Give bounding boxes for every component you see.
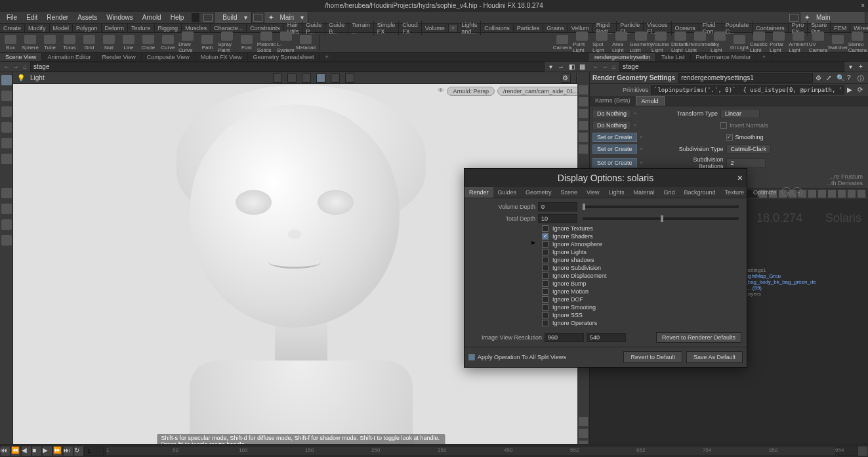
save-default-button[interactable]: Save As Default — [686, 351, 743, 363]
menu-windows[interactable]: Windows — [102, 12, 137, 22]
menu-arnold[interactable]: Arnold — [138, 12, 165, 22]
shelf-tab[interactable]: Containers — [753, 24, 789, 32]
menu-help[interactable]: Help — [167, 12, 188, 22]
tool-geometry-light[interactable]: Geometry Light — [632, 32, 650, 53]
last-frame-icon[interactable]: ⏭ — [64, 446, 73, 456]
tool-null[interactable]: Null — [100, 35, 118, 51]
dialog-tab-background[interactable]: Background — [680, 187, 720, 198]
menu-file[interactable]: File — [3, 12, 21, 22]
param-checkbox[interactable] — [720, 122, 727, 129]
pane-tab[interactable]: Performance Monitor — [691, 53, 757, 61]
gear-icon[interactable]: ⚙ — [816, 74, 823, 82]
ng-icon[interactable] — [848, 190, 856, 198]
checkbox-ignore-bump[interactable] — [542, 280, 548, 287]
shelf-tab[interactable]: Create — [0, 24, 25, 32]
dialog-tab-render[interactable]: Render — [465, 187, 493, 198]
disp-icon-4[interactable] — [579, 121, 588, 130]
shelf-tab[interactable]: Guide B... — [325, 21, 348, 35]
tool-caustic-light[interactable]: Caustic Light — [750, 32, 768, 53]
curve-tool-icon[interactable] — [1, 219, 12, 230]
pane-tab[interactable]: Geometry Spreadsheet — [248, 53, 320, 61]
path-icon2[interactable]: + — [856, 62, 865, 72]
shelf-tab[interactable]: Wires — [850, 24, 868, 32]
tool-area-light[interactable]: Area Light — [612, 32, 630, 53]
shelf-tab[interactable]: Simple FX — [374, 21, 400, 35]
checkbox-ignore-subdivision[interactable] — [542, 265, 548, 271]
tool-tube[interactable]: Tube — [41, 35, 59, 51]
shelf-tab[interactable]: Volume — [422, 24, 449, 32]
home-icon[interactable]: ⌂ — [610, 63, 618, 71]
total-depth-input[interactable] — [538, 214, 577, 223]
scale-tool-icon[interactable] — [1, 138, 12, 148]
add-pane-icon[interactable]: + — [320, 53, 335, 61]
pane-tab[interactable]: Render View — [96, 53, 141, 61]
shelf-tab[interactable]: Deform — [102, 24, 129, 32]
tool-curve[interactable]: Curve — [159, 35, 177, 51]
total-depth-slider[interactable] — [583, 217, 739, 220]
vp-btn-1[interactable] — [273, 74, 282, 83]
path-icon[interactable]: ▾ — [546, 62, 555, 72]
dialog-tab-texture[interactable]: Texture — [720, 187, 749, 198]
volume-depth-slider[interactable] — [583, 206, 739, 208]
img-res-h[interactable] — [587, 333, 626, 342]
tool-point-light[interactable]: Point Light — [573, 32, 591, 53]
checkbox-ignore-shadows[interactable] — [542, 257, 548, 263]
ng-icon[interactable] — [828, 190, 836, 198]
camera-chip[interactable]: /render_cam/cam_side_01... — [497, 87, 584, 96]
checkbox-ignore-lights[interactable] — [542, 249, 548, 255]
pane-tab[interactable]: Motion FX View — [196, 53, 248, 61]
back-icon[interactable]: ← — [592, 63, 600, 71]
tool-spray-paint[interactable]: Spray Paint — [218, 32, 236, 53]
disp-icon-b1[interactable] — [579, 417, 588, 426]
tool-switcher[interactable]: Switcher — [829, 35, 847, 51]
shelf-tab[interactable]: Cloud FX — [399, 21, 422, 35]
gear-icon[interactable]: ⚙ — [562, 74, 571, 83]
primitives-input[interactable] — [651, 85, 844, 95]
tab-arnold[interactable]: Arnold — [636, 96, 665, 106]
param-mode-dropdown[interactable]: Set or Create — [592, 133, 637, 142]
shelf-tab[interactable]: Model — [50, 24, 73, 32]
prev-key-icon[interactable]: ⏪ — [11, 446, 20, 456]
tool-spot-light[interactable]: Spot Light — [592, 32, 611, 53]
pin-icon-2[interactable] — [253, 14, 262, 22]
shelf-tab[interactable]: Polygon — [73, 24, 102, 32]
path-icon4[interactable]: ▦ — [577, 62, 587, 72]
stop-icon[interactable]: ■ — [32, 446, 41, 456]
param-value[interactable]: Linear — [720, 109, 760, 118]
vp-btn-5[interactable] — [331, 74, 340, 83]
renderer-chip[interactable]: Arnold: Persp — [447, 87, 495, 96]
tool-draw-curve[interactable]: Draw Curve — [178, 32, 197, 53]
tool-line[interactable]: Line — [119, 35, 138, 51]
apply-split-checkbox[interactable] — [468, 354, 475, 360]
checkbox-ignore-smooting[interactable] — [542, 304, 548, 311]
disp-icon-2[interactable] — [579, 97, 588, 106]
menu-render[interactable]: Render — [43, 12, 72, 22]
param-path-field[interactable]: stage — [619, 62, 844, 72]
disp-icon-3[interactable] — [579, 109, 588, 118]
param-mode-dropdown[interactable]: Set or Create — [592, 144, 637, 154]
tool-sphere[interactable]: Sphere — [21, 35, 39, 51]
tool-camera[interactable]: Camera — [553, 35, 571, 51]
dialog-tab-geometry[interactable]: Geometry — [521, 187, 556, 198]
path-icon[interactable]: ▾ — [846, 62, 855, 72]
add-pane-icon[interactable]: + — [757, 53, 772, 61]
path-icon2[interactable]: → — [556, 62, 566, 72]
dialog-tab-optimize[interactable]: Optimize — [749, 187, 781, 198]
ng-icon[interactable] — [838, 190, 846, 198]
param-mode-dropdown[interactable]: Set or Create — [592, 158, 637, 167]
info-icon[interactable]: ⓘ — [858, 74, 865, 82]
checkbox-ignore-sss[interactable] — [542, 312, 548, 318]
tool-metaball[interactable]: Metaball — [297, 35, 315, 51]
snap-tool-icon[interactable] — [1, 188, 12, 198]
vp-btn-3[interactable] — [302, 74, 311, 83]
tool-path[interactable]: Path — [198, 35, 217, 51]
shelf-tab[interactable]: Particles — [514, 24, 544, 32]
checkbox-ignore-motion[interactable] — [542, 288, 548, 295]
vp-btn-6[interactable] — [345, 74, 354, 83]
next-key-icon[interactable]: ⏩ — [53, 446, 62, 456]
disp-icon-6[interactable] — [579, 144, 588, 154]
dialog-tab-lights[interactable]: Lights — [604, 187, 629, 198]
first-frame-icon[interactable]: ⏮ — [1, 446, 10, 456]
tab-karma[interactable]: Karma (Beta) — [590, 96, 636, 106]
checkbox-ignore-displacement[interactable] — [542, 272, 548, 279]
